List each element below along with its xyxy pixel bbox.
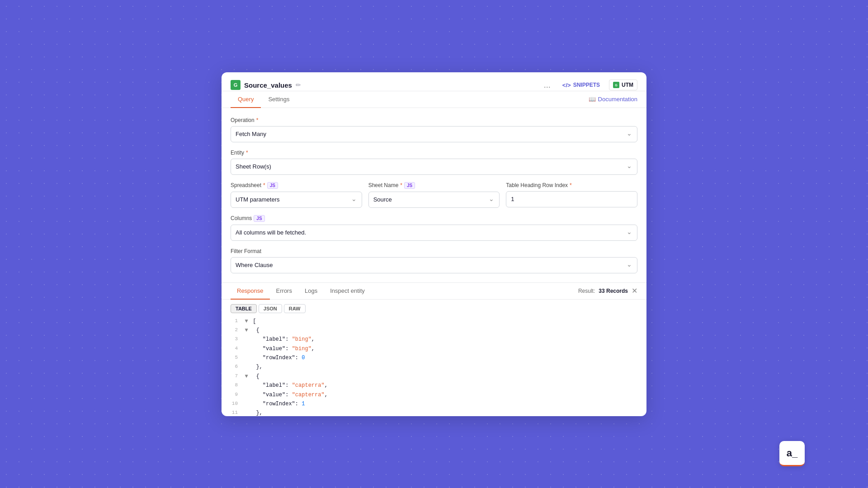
spreadsheet-js-badge[interactable]: JS: [267, 182, 278, 189]
fold-7[interactable]: ▼: [243, 372, 250, 381]
result-info: Result: 33 Records ✕: [578, 286, 637, 295]
edit-icon[interactable]: ✏: [296, 81, 301, 89]
line-num-7: 7: [231, 372, 243, 381]
response-tabs: Response Errors Logs Inspect entity: [231, 283, 371, 299]
columns-select-wrapper: All columns will be fetched.: [231, 225, 637, 241]
columns-field-row: Columns JS All columns will be fetched.: [231, 215, 637, 241]
code-line-2: 2 ▼ {: [231, 326, 637, 335]
result-value: 33 Records: [599, 288, 628, 294]
spreadsheet-select-wrapper: UTM parameters: [231, 192, 362, 208]
format-tab-table[interactable]: TABLE: [231, 304, 257, 313]
entity-field-row: Entity* Sheet Row(s): [231, 150, 637, 175]
sheet-name-js-badge[interactable]: JS: [404, 182, 415, 189]
code-line-6: 6 },: [231, 362, 637, 371]
table-heading-required: *: [570, 182, 572, 188]
utm-button[interactable]: G UTM: [609, 80, 637, 90]
line-num-6: 6: [231, 362, 243, 371]
columns-js-badge[interactable]: JS: [254, 215, 264, 222]
format-tabs: TABLE JSON RAW: [222, 300, 646, 317]
code-line-11: 11 },: [231, 408, 637, 416]
line-num-8: 8: [231, 381, 243, 390]
code-line-7: 7 ▼ {: [231, 372, 637, 381]
response-header: Response Errors Logs Inspect entity Resu…: [222, 283, 646, 300]
snippets-label: SNIPPETS: [573, 82, 600, 88]
line-num-11: 11: [231, 408, 243, 416]
code-line-5: 5 "rowIndex": 0: [231, 353, 637, 362]
columns-label: Columns JS: [231, 215, 637, 222]
result-prefix: Result:: [578, 288, 595, 294]
tab-logs[interactable]: Logs: [298, 283, 324, 300]
code-area: 1 ▼ [ 2 ▼ { 3 "label": "bing", 4 "value"…: [222, 317, 646, 416]
utm-gs-icon: G: [613, 82, 619, 88]
line-num-4: 4: [231, 344, 243, 353]
line-num-3: 3: [231, 335, 243, 344]
table-heading-field-row: Table Heading Row Index*: [506, 182, 637, 208]
tabs-nav: Query Settings 📖 Documentation: [222, 91, 646, 108]
tab-settings[interactable]: Settings: [261, 91, 297, 108]
line-num-9: 9: [231, 390, 243, 399]
filter-format-select[interactable]: Where Clause: [231, 257, 637, 273]
line-num-5: 5: [231, 353, 243, 362]
table-heading-input[interactable]: [506, 191, 637, 207]
snippets-button[interactable]: </> SNIPPETS: [559, 80, 604, 90]
entity-select-wrapper: Sheet Row(s): [231, 159, 637, 175]
tab-query[interactable]: Query: [231, 91, 261, 108]
operation-field-row: Operation* Fetch Many: [231, 117, 637, 142]
documentation-link[interactable]: 📖 Documentation: [589, 91, 637, 108]
query-title: Source_values: [244, 81, 292, 89]
code-line-3: 3 "label": "bing",: [231, 335, 637, 344]
panel-body: Operation* Fetch Many Entity* Sheet Row(…: [222, 108, 646, 273]
header-right: ... </> SNIPPETS G UTM: [541, 80, 637, 91]
code-line-8: 8 "label": "capterra",: [231, 381, 637, 390]
operation-select-wrapper: Fetch Many: [231, 126, 637, 142]
app-badge: a_: [779, 441, 805, 466]
format-tab-json[interactable]: JSON: [259, 304, 282, 313]
sheet-name-required: *: [400, 182, 402, 188]
response-section: Response Errors Logs Inspect entity Resu…: [222, 282, 646, 416]
entity-label: Entity*: [231, 150, 637, 156]
snippets-icon: </>: [562, 82, 571, 89]
line-num-1: 1: [231, 317, 243, 326]
main-panel: G Source_values ✏ ... </> SNIPPETS G UTM…: [222, 72, 646, 416]
table-heading-label: Table Heading Row Index*: [506, 182, 637, 188]
spreadsheet-select[interactable]: UTM parameters: [231, 192, 362, 208]
header-left: G Source_values ✏: [231, 80, 301, 90]
spreadsheet-label: Spreadsheet* JS: [231, 182, 362, 189]
entity-select[interactable]: Sheet Row(s): [231, 159, 637, 175]
tab-response[interactable]: Response: [231, 283, 270, 300]
sheet-name-field-row: Sheet Name* JS Source: [368, 182, 500, 208]
filter-format-select-wrapper: Where Clause: [231, 257, 637, 273]
documentation-label: Documentation: [598, 96, 637, 103]
close-result-button[interactable]: ✕: [632, 286, 637, 295]
filter-format-label: Filter Format: [231, 248, 637, 254]
entity-required: *: [246, 150, 248, 156]
operation-select[interactable]: Fetch Many: [231, 126, 637, 142]
google-sheets-icon: G: [231, 80, 241, 90]
spreadsheet-field-row: Spreadsheet* JS UTM parameters: [231, 182, 362, 208]
line-num-10: 10: [231, 399, 243, 408]
app-badge-text: a_: [787, 447, 797, 459]
fold-2[interactable]: ▼: [243, 326, 250, 335]
operation-label: Operation*: [231, 117, 637, 123]
sheet-name-select-wrapper: Source: [368, 192, 500, 208]
code-line-4: 4 "value": "bing",: [231, 344, 637, 353]
utm-label: UTM: [622, 82, 633, 88]
tab-errors[interactable]: Errors: [270, 283, 298, 300]
line-num-2: 2: [231, 326, 243, 335]
fold-1[interactable]: ▼: [243, 317, 250, 326]
book-icon: 📖: [589, 96, 596, 103]
tab-inspect-entity[interactable]: Inspect entity: [324, 283, 371, 300]
code-line-10: 10 "rowIndex": 1: [231, 399, 637, 408]
sheet-name-label: Sheet Name* JS: [368, 182, 500, 189]
more-options-button[interactable]: ...: [541, 80, 553, 91]
spreadsheet-required: *: [263, 182, 265, 188]
sheet-name-select[interactable]: Source: [368, 192, 500, 208]
operation-required: *: [256, 117, 259, 123]
code-line-1: 1 ▼ [: [231, 317, 637, 326]
format-tab-raw[interactable]: RAW: [284, 304, 306, 313]
panel-header: G Source_values ✏ ... </> SNIPPETS G UTM: [222, 72, 646, 91]
columns-select[interactable]: All columns will be fetched.: [231, 225, 637, 241]
filter-format-field-row: Filter Format Where Clause: [231, 248, 637, 273]
code-line-9: 9 "value": "capterra",: [231, 390, 637, 399]
three-col-row: Spreadsheet* JS UTM parameters Sheet Nam…: [231, 182, 637, 215]
